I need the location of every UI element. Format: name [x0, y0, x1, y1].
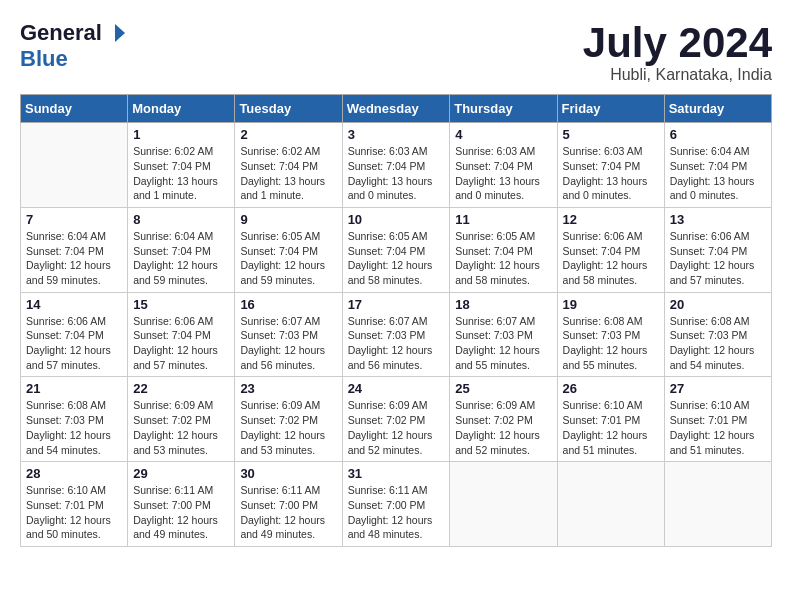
day-number: 5: [563, 127, 659, 142]
calendar-cell: 13Sunrise: 6:06 AMSunset: 7:04 PMDayligh…: [664, 207, 771, 292]
calendar-week-2: 7Sunrise: 6:04 AMSunset: 7:04 PMDaylight…: [21, 207, 772, 292]
calendar-cell: 31Sunrise: 6:11 AMSunset: 7:00 PMDayligh…: [342, 462, 450, 547]
day-info: Sunrise: 6:04 AMSunset: 7:04 PMDaylight:…: [670, 144, 766, 203]
day-number: 18: [455, 297, 551, 312]
day-number: 24: [348, 381, 445, 396]
calendar-cell: [450, 462, 557, 547]
day-info: Sunrise: 6:08 AMSunset: 7:03 PMDaylight:…: [26, 398, 122, 457]
day-number: 27: [670, 381, 766, 396]
day-info: Sunrise: 6:02 AMSunset: 7:04 PMDaylight:…: [240, 144, 336, 203]
calendar-cell: 25Sunrise: 6:09 AMSunset: 7:02 PMDayligh…: [450, 377, 557, 462]
day-number: 8: [133, 212, 229, 227]
logo-flag-icon: [104, 22, 126, 44]
calendar-cell: 10Sunrise: 6:05 AMSunset: 7:04 PMDayligh…: [342, 207, 450, 292]
day-number: 19: [563, 297, 659, 312]
header-day-saturday: Saturday: [664, 95, 771, 123]
day-number: 26: [563, 381, 659, 396]
calendar-cell: 7Sunrise: 6:04 AMSunset: 7:04 PMDaylight…: [21, 207, 128, 292]
calendar-header-row: SundayMondayTuesdayWednesdayThursdayFrid…: [21, 95, 772, 123]
day-info: Sunrise: 6:05 AMSunset: 7:04 PMDaylight:…: [348, 229, 445, 288]
day-number: 30: [240, 466, 336, 481]
calendar-cell: 9Sunrise: 6:05 AMSunset: 7:04 PMDaylight…: [235, 207, 342, 292]
calendar-cell: 16Sunrise: 6:07 AMSunset: 7:03 PMDayligh…: [235, 292, 342, 377]
day-number: 22: [133, 381, 229, 396]
calendar-cell: [21, 123, 128, 208]
header-day-thursday: Thursday: [450, 95, 557, 123]
header-day-tuesday: Tuesday: [235, 95, 342, 123]
calendar-cell: 23Sunrise: 6:09 AMSunset: 7:02 PMDayligh…: [235, 377, 342, 462]
calendar-cell: 26Sunrise: 6:10 AMSunset: 7:01 PMDayligh…: [557, 377, 664, 462]
header-day-wednesday: Wednesday: [342, 95, 450, 123]
calendar-cell: 18Sunrise: 6:07 AMSunset: 7:03 PMDayligh…: [450, 292, 557, 377]
calendar-cell: 17Sunrise: 6:07 AMSunset: 7:03 PMDayligh…: [342, 292, 450, 377]
day-number: 31: [348, 466, 445, 481]
day-number: 20: [670, 297, 766, 312]
day-info: Sunrise: 6:10 AMSunset: 7:01 PMDaylight:…: [563, 398, 659, 457]
day-number: 28: [26, 466, 122, 481]
day-number: 10: [348, 212, 445, 227]
calendar-cell: 21Sunrise: 6:08 AMSunset: 7:03 PMDayligh…: [21, 377, 128, 462]
header-day-monday: Monday: [128, 95, 235, 123]
calendar-table: SundayMondayTuesdayWednesdayThursdayFrid…: [20, 94, 772, 547]
day-info: Sunrise: 6:10 AMSunset: 7:01 PMDaylight:…: [26, 483, 122, 542]
day-number: 25: [455, 381, 551, 396]
day-info: Sunrise: 6:08 AMSunset: 7:03 PMDaylight:…: [563, 314, 659, 373]
day-number: 2: [240, 127, 336, 142]
calendar-week-4: 21Sunrise: 6:08 AMSunset: 7:03 PMDayligh…: [21, 377, 772, 462]
day-info: Sunrise: 6:06 AMSunset: 7:04 PMDaylight:…: [670, 229, 766, 288]
calendar-week-5: 28Sunrise: 6:10 AMSunset: 7:01 PMDayligh…: [21, 462, 772, 547]
calendar-cell: 24Sunrise: 6:09 AMSunset: 7:02 PMDayligh…: [342, 377, 450, 462]
day-info: Sunrise: 6:11 AMSunset: 7:00 PMDaylight:…: [133, 483, 229, 542]
calendar-cell: 15Sunrise: 6:06 AMSunset: 7:04 PMDayligh…: [128, 292, 235, 377]
day-number: 12: [563, 212, 659, 227]
day-info: Sunrise: 6:03 AMSunset: 7:04 PMDaylight:…: [455, 144, 551, 203]
day-info: Sunrise: 6:05 AMSunset: 7:04 PMDaylight:…: [240, 229, 336, 288]
day-info: Sunrise: 6:09 AMSunset: 7:02 PMDaylight:…: [133, 398, 229, 457]
day-number: 14: [26, 297, 122, 312]
calendar-cell: 29Sunrise: 6:11 AMSunset: 7:00 PMDayligh…: [128, 462, 235, 547]
header-day-sunday: Sunday: [21, 95, 128, 123]
calendar-cell: 28Sunrise: 6:10 AMSunset: 7:01 PMDayligh…: [21, 462, 128, 547]
day-info: Sunrise: 6:06 AMSunset: 7:04 PMDaylight:…: [563, 229, 659, 288]
calendar-cell: 3Sunrise: 6:03 AMSunset: 7:04 PMDaylight…: [342, 123, 450, 208]
day-number: 16: [240, 297, 336, 312]
calendar-cell: 4Sunrise: 6:03 AMSunset: 7:04 PMDaylight…: [450, 123, 557, 208]
header-day-friday: Friday: [557, 95, 664, 123]
calendar-cell: 14Sunrise: 6:06 AMSunset: 7:04 PMDayligh…: [21, 292, 128, 377]
day-number: 21: [26, 381, 122, 396]
calendar-week-3: 14Sunrise: 6:06 AMSunset: 7:04 PMDayligh…: [21, 292, 772, 377]
day-info: Sunrise: 6:09 AMSunset: 7:02 PMDaylight:…: [348, 398, 445, 457]
day-info: Sunrise: 6:08 AMSunset: 7:03 PMDaylight:…: [670, 314, 766, 373]
day-number: 23: [240, 381, 336, 396]
day-number: 15: [133, 297, 229, 312]
day-number: 7: [26, 212, 122, 227]
page-header: General Blue July 2024 Hubli, Karnataka,…: [20, 20, 772, 84]
day-info: Sunrise: 6:10 AMSunset: 7:01 PMDaylight:…: [670, 398, 766, 457]
day-info: Sunrise: 6:04 AMSunset: 7:04 PMDaylight:…: [26, 229, 122, 288]
calendar-cell: 1Sunrise: 6:02 AMSunset: 7:04 PMDaylight…: [128, 123, 235, 208]
day-number: 13: [670, 212, 766, 227]
logo: General Blue: [20, 20, 126, 72]
day-info: Sunrise: 6:09 AMSunset: 7:02 PMDaylight:…: [455, 398, 551, 457]
day-info: Sunrise: 6:06 AMSunset: 7:04 PMDaylight:…: [133, 314, 229, 373]
calendar-title: July 2024: [583, 20, 772, 66]
calendar-cell: 22Sunrise: 6:09 AMSunset: 7:02 PMDayligh…: [128, 377, 235, 462]
day-number: 11: [455, 212, 551, 227]
calendar-cell: 6Sunrise: 6:04 AMSunset: 7:04 PMDaylight…: [664, 123, 771, 208]
day-number: 1: [133, 127, 229, 142]
calendar-cell: 27Sunrise: 6:10 AMSunset: 7:01 PMDayligh…: [664, 377, 771, 462]
day-info: Sunrise: 6:11 AMSunset: 7:00 PMDaylight:…: [240, 483, 336, 542]
day-info: Sunrise: 6:05 AMSunset: 7:04 PMDaylight:…: [455, 229, 551, 288]
calendar-location: Hubli, Karnataka, India: [583, 66, 772, 84]
calendar-cell: 2Sunrise: 6:02 AMSunset: 7:04 PMDaylight…: [235, 123, 342, 208]
calendar-cell: [664, 462, 771, 547]
logo-general-text: General: [20, 20, 102, 46]
day-info: Sunrise: 6:11 AMSunset: 7:00 PMDaylight:…: [348, 483, 445, 542]
day-number: 4: [455, 127, 551, 142]
calendar-cell: 30Sunrise: 6:11 AMSunset: 7:00 PMDayligh…: [235, 462, 342, 547]
calendar-week-1: 1Sunrise: 6:02 AMSunset: 7:04 PMDaylight…: [21, 123, 772, 208]
calendar-cell: 11Sunrise: 6:05 AMSunset: 7:04 PMDayligh…: [450, 207, 557, 292]
day-info: Sunrise: 6:03 AMSunset: 7:04 PMDaylight:…: [563, 144, 659, 203]
day-info: Sunrise: 6:07 AMSunset: 7:03 PMDaylight:…: [348, 314, 445, 373]
calendar-cell: 20Sunrise: 6:08 AMSunset: 7:03 PMDayligh…: [664, 292, 771, 377]
